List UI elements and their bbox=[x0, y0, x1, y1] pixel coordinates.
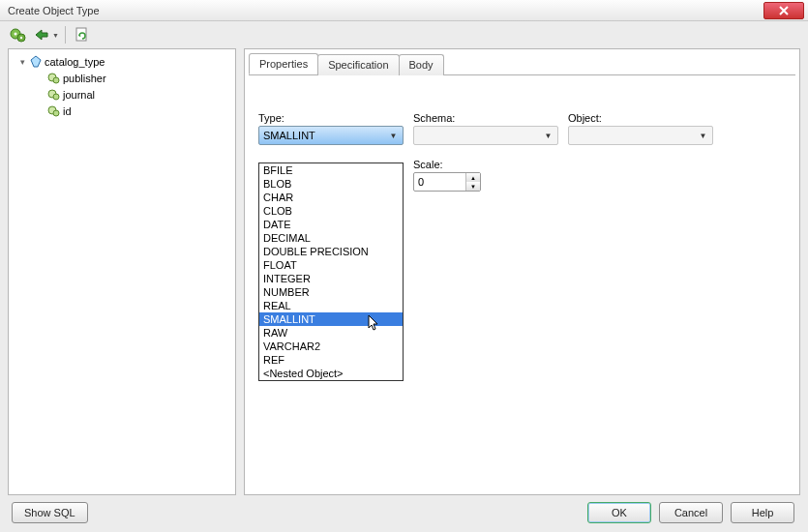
type-dropdown-list[interactable]: BFILE BLOB CHAR CLOB DATE DECIMAL DOUBLE… bbox=[258, 163, 404, 381]
type-option[interactable]: RAW bbox=[259, 326, 403, 340]
type-label: Type: bbox=[258, 112, 404, 124]
type-option[interactable]: REF bbox=[259, 353, 403, 367]
type-option[interactable]: BLOB bbox=[259, 177, 403, 191]
tree-child-label: journal bbox=[63, 89, 95, 101]
tree-child-row[interactable]: id bbox=[9, 103, 235, 119]
schema-label: Schema: bbox=[413, 112, 558, 124]
type-option[interactable]: <Nested Object> bbox=[259, 367, 403, 380]
tree-root-row[interactable]: ▾ catalog_type bbox=[9, 53, 235, 70]
chevron-down-icon: ▼ bbox=[386, 132, 401, 140]
type-option[interactable]: CLOB bbox=[259, 204, 403, 218]
type-combo[interactable]: SMALLINT ▼ bbox=[258, 126, 404, 145]
tree-root-label: catalog_type bbox=[45, 56, 105, 68]
type-option[interactable]: INTEGER bbox=[259, 272, 403, 285]
chevron-down-icon: ▼ bbox=[541, 132, 555, 140]
type-option[interactable]: CHAR bbox=[259, 191, 403, 204]
refresh-ddl-icon[interactable] bbox=[72, 24, 93, 45]
schema-combo[interactable]: ▼ bbox=[413, 126, 558, 145]
spinner-buttons[interactable]: ▲▼ bbox=[465, 173, 480, 191]
toolbar: ▼ bbox=[0, 21, 808, 48]
type-option[interactable]: VARCHAR2 bbox=[259, 340, 403, 353]
show-sql-button[interactable]: Show SQL bbox=[12, 502, 88, 523]
attribute-icon bbox=[47, 88, 61, 102]
tab-specification[interactable]: Specification bbox=[317, 54, 399, 75]
tree-child-row[interactable]: publisher bbox=[9, 70, 235, 86]
properties-form: Type: SMALLINT ▼ Schema: ▼ Object: bbox=[249, 75, 795, 490]
main-area: ▾ catalog_type publisher journal id Prop… bbox=[0, 48, 808, 495]
ok-button[interactable]: OK bbox=[587, 502, 651, 523]
tab-bar: Properties Specification Body bbox=[249, 53, 795, 75]
help-button[interactable]: Help bbox=[731, 502, 794, 523]
svg-point-8 bbox=[53, 94, 59, 100]
expand-icon[interactable]: ▾ bbox=[18, 57, 27, 66]
type-option[interactable]: REAL bbox=[259, 299, 403, 312]
scale-value: 0 bbox=[418, 176, 424, 188]
type-option[interactable]: NUMBER bbox=[259, 285, 403, 299]
scale-label: Scale: bbox=[413, 159, 558, 170]
window-title: Create Object Type bbox=[8, 5, 100, 16]
close-button[interactable] bbox=[763, 2, 804, 19]
svg-point-1 bbox=[15, 33, 17, 36]
dialog-footer: Show SQL OK Cancel Help bbox=[0, 495, 808, 530]
type-node-icon bbox=[29, 55, 43, 69]
type-option[interactable]: FLOAT bbox=[259, 258, 403, 272]
titlebar: Create Object Type bbox=[0, 0, 808, 21]
type-option[interactable]: DECIMAL bbox=[259, 231, 403, 245]
type-option-selected[interactable]: SMALLINT bbox=[259, 312, 403, 326]
back-menu-caret[interactable]: ▼ bbox=[52, 32, 59, 39]
type-option[interactable]: DATE bbox=[259, 218, 403, 231]
svg-point-3 bbox=[20, 37, 22, 39]
attribute-icon bbox=[47, 104, 61, 118]
type-option[interactable]: DOUBLE PRECISION bbox=[259, 245, 403, 258]
attribute-icon bbox=[47, 72, 61, 85]
object-combo[interactable]: ▼ bbox=[568, 126, 713, 145]
tree-child-label: publisher bbox=[63, 73, 106, 84]
svg-point-6 bbox=[53, 77, 59, 83]
chevron-down-icon: ▼ bbox=[696, 132, 710, 140]
svg-point-10 bbox=[53, 110, 59, 116]
tab-properties[interactable]: Properties bbox=[249, 53, 318, 74]
scale-spinner[interactable]: 0 ▲▼ bbox=[413, 172, 481, 192]
back-arrow-icon[interactable] bbox=[31, 24, 52, 45]
tab-body[interactable]: Body bbox=[399, 54, 444, 75]
cancel-button[interactable]: Cancel bbox=[659, 502, 723, 523]
details-panel: Properties Specification Body Type: SMAL… bbox=[244, 48, 800, 495]
object-tree: ▾ catalog_type publisher journal id bbox=[8, 48, 236, 495]
type-combo-value: SMALLINT bbox=[263, 130, 315, 141]
object-label: Object: bbox=[568, 112, 713, 124]
gears-icon[interactable] bbox=[8, 24, 29, 45]
toolbar-divider bbox=[65, 26, 66, 44]
tree-child-label: id bbox=[63, 105, 72, 117]
tree-child-row[interactable]: journal bbox=[9, 86, 235, 103]
type-option[interactable]: BFILE bbox=[259, 163, 403, 177]
